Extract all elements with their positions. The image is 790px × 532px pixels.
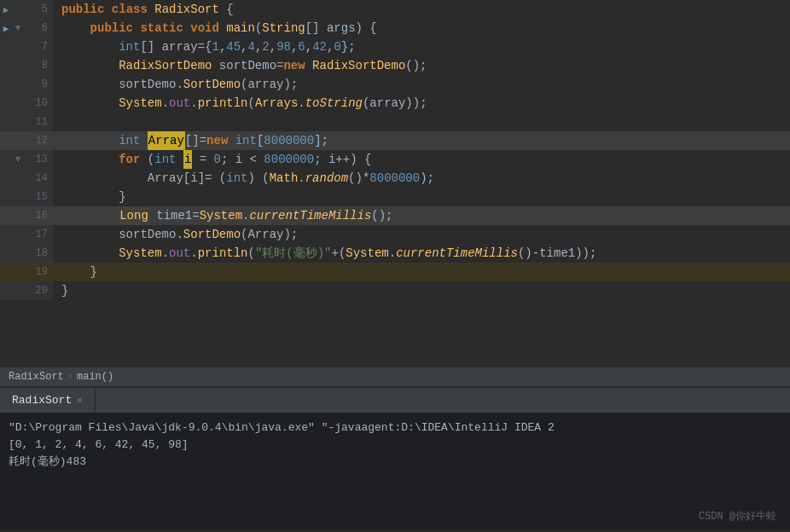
- line-content-13: for (int i = 0; i < 8000000; i++) {: [53, 150, 790, 169]
- line-num-6: 6: [24, 22, 48, 34]
- line-num-13: 13: [24, 153, 48, 165]
- line-num-15: 15: [24, 191, 48, 203]
- console-area: "D:\Program Files\Java\jdk-9.0.4\bin\jav…: [0, 413, 790, 530]
- gutter-9: 9: [0, 75, 53, 94]
- tab-radixsort[interactable]: RadixSort ×: [0, 388, 96, 413]
- line-num-10: 10: [24, 97, 48, 109]
- line-content-11: [53, 113, 790, 131]
- line-content-12: int Array[]=new int[8000000];: [53, 131, 790, 150]
- line-content-16: Long time1=System.currentTimeMillis();: [53, 206, 790, 225]
- tab-label: RadixSort: [12, 394, 72, 407]
- code-line-12: 12 int Array[]=new int[8000000];: [0, 131, 790, 150]
- line-content-8: RadixSortDemo sortDemo=new RadixSortDemo…: [53, 56, 790, 75]
- arrow-5: ▶: [0, 4, 12, 15]
- gutter-6: ▶ ▼ 6: [0, 19, 53, 38]
- code-line-13: ▼ 13 for (int i = 0; i < 8000000; i++) {: [0, 150, 790, 169]
- code-line-5: ▶ 5 public class RadixSort {: [0, 0, 790, 19]
- gutter-7: 7: [0, 38, 53, 56]
- line-content-15: }: [53, 188, 790, 206]
- breadcrumb-method: main(): [77, 371, 113, 383]
- breadcrumb-sep: ›: [67, 371, 73, 383]
- gutter-8: 8: [0, 56, 53, 75]
- tab-close-icon[interactable]: ×: [77, 396, 83, 406]
- line-content-19: }: [53, 263, 790, 281]
- breadcrumb-bar: RadixSort › main(): [0, 367, 790, 387]
- gutter-14: 14: [0, 169, 53, 188]
- code-line-6: ▶ ▼ 6 public static void main(String[] a…: [0, 19, 790, 38]
- line-num-16: 16: [24, 210, 48, 222]
- console-output-1: [0, 1, 2, 4, 6, 42, 45, 98]: [9, 437, 781, 454]
- breadcrumb-class: RadixSort: [9, 371, 64, 383]
- gutter-13: ▼ 13: [0, 150, 53, 169]
- line-content-6: public static void main(String[] args) {: [53, 19, 790, 38]
- line-num-7: 7: [24, 41, 48, 53]
- code-line-15: 15 }: [0, 188, 790, 206]
- line-num-11: 11: [24, 116, 48, 128]
- line-num-9: 9: [24, 78, 48, 90]
- gutter-20: 20: [0, 281, 53, 300]
- line-content-20: }: [53, 281, 790, 300]
- code-editor[interactable]: ▶ 5 public class RadixSort { ▶ ▼ 6 publi…: [0, 0, 790, 367]
- line-num-20: 20: [24, 285, 48, 297]
- code-line-20: 20 }: [0, 281, 790, 300]
- line-num-8: 8: [24, 60, 48, 72]
- console-cmd-line: "D:\Program Files\Java\jdk-9.0.4\bin\jav…: [9, 419, 781, 437]
- line-num-12: 12: [24, 135, 48, 147]
- line-content-5: public class RadixSort {: [53, 0, 790, 19]
- gutter-19: 19: [0, 263, 53, 281]
- arrow-6: ▶: [0, 23, 12, 34]
- code-line-17: 17 sortDemo.SortDemo(Array);: [0, 225, 790, 244]
- code-line-18: 18 System.out.println("耗时(毫秒)"+(System.c…: [0, 244, 790, 263]
- gutter-16: 16: [0, 206, 53, 225]
- code-line-8: 8 RadixSortDemo sortDemo=new RadixSortDe…: [0, 56, 790, 75]
- line-content-10: System.out.println(Arrays.toString(array…: [53, 94, 790, 113]
- code-line-16: 16 Long time1=System.currentTimeMillis()…: [0, 206, 790, 225]
- code-line-14: 14 Array[i]= (int) (Math.random()*800000…: [0, 169, 790, 188]
- line-num-14: 14: [24, 172, 48, 184]
- code-line-19: 19 }: [0, 263, 790, 281]
- gutter-15: 15: [0, 188, 53, 206]
- tab-bar: RadixSort ×: [0, 387, 790, 413]
- gutter-10: 10: [0, 94, 53, 113]
- line-content-18: System.out.println("耗时(毫秒)"+(System.curr…: [53, 244, 790, 263]
- code-lines: ▶ 5 public class RadixSort { ▶ ▼ 6 publi…: [0, 0, 790, 300]
- line-num-17: 17: [24, 228, 48, 240]
- line-num-18: 18: [24, 247, 48, 259]
- line-num-5: 5: [24, 3, 48, 15]
- code-line-7: 7 int[] array={1,45,4,2,98,6,42,0};: [0, 38, 790, 56]
- code-line-10: 10 System.out.println(Arrays.toString(ar…: [0, 94, 790, 113]
- gutter-17: 17: [0, 225, 53, 244]
- editor-container: ▶ 5 public class RadixSort { ▶ ▼ 6 publi…: [0, 0, 790, 530]
- line-content-14: Array[i]= (int) (Math.random()*8000000);: [53, 169, 790, 188]
- watermark: CSDN @你好牛蛙: [699, 509, 776, 523]
- line-num-19: 19: [24, 266, 48, 278]
- fold-6: ▼: [12, 23, 24, 33]
- console-wrapper: "D:\Program Files\Java\jdk-9.0.4\bin\jav…: [0, 413, 790, 530]
- line-content-9: sortDemo.SortDemo(array);: [53, 75, 790, 94]
- line-content-17: sortDemo.SortDemo(Array);: [53, 225, 790, 244]
- code-line-9: 9 sortDemo.SortDemo(array);: [0, 75, 790, 94]
- gutter-18: 18: [0, 244, 53, 263]
- gutter-12: 12: [0, 131, 53, 150]
- code-line-11: 11: [0, 113, 790, 131]
- line-content-7: int[] array={1,45,4,2,98,6,42,0};: [53, 38, 790, 56]
- fold-13: ▼: [12, 154, 24, 165]
- gutter-5: ▶ 5: [0, 0, 53, 19]
- console-output-2: 耗时(毫秒)483: [9, 454, 781, 471]
- gutter-11: 11: [0, 113, 53, 131]
